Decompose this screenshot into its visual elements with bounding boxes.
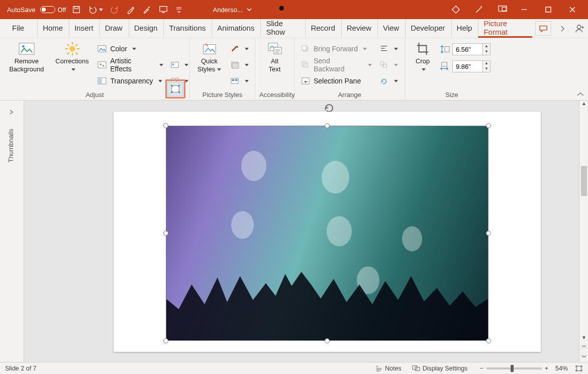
slide-canvas-area[interactable] bbox=[24, 101, 579, 362]
tab-home[interactable]: Home bbox=[37, 19, 68, 38]
save-icon[interactable] bbox=[72, 5, 81, 14]
selection-pane-button[interactable]: Selection Pane bbox=[299, 74, 374, 87]
vertical-scrollbar[interactable]: ▲ ▼ bbox=[579, 101, 588, 362]
rotate-button[interactable] bbox=[377, 74, 400, 87]
alt-text-button[interactable]: AltText bbox=[259, 40, 290, 73]
bring-forward-button[interactable]: Bring Forward bbox=[299, 42, 374, 55]
svg-rect-19 bbox=[172, 86, 179, 92]
prev-slide-button[interactable] bbox=[579, 344, 588, 353]
zoom-out-button[interactable]: − bbox=[479, 365, 483, 372]
height-down[interactable]: ▼ bbox=[483, 49, 490, 55]
tab-transitions[interactable]: Transitions bbox=[163, 19, 211, 38]
notes-icon bbox=[375, 365, 383, 372]
tab-view[interactable]: View bbox=[377, 19, 404, 38]
tab-file[interactable]: File bbox=[7, 19, 29, 38]
resize-handle-s[interactable] bbox=[325, 338, 330, 343]
picture-border-button[interactable] bbox=[228, 42, 251, 55]
search-button[interactable] bbox=[278, 5, 287, 15]
resize-handle-ne[interactable] bbox=[486, 123, 491, 128]
thumbnail-panel-collapsed[interactable]: Thumbnails bbox=[0, 101, 24, 362]
pen-sparkle-icon[interactable] bbox=[142, 5, 151, 14]
align-icon bbox=[379, 45, 388, 53]
scroll-down-button[interactable]: ▼ bbox=[579, 335, 588, 344]
qat-overflow-icon[interactable] bbox=[175, 6, 182, 13]
tab-picture-format[interactable]: Picture Format bbox=[478, 19, 532, 38]
selection-pane-label: Selection Pane bbox=[314, 77, 361, 85]
remove-background-button[interactable]: RemoveBackground bbox=[4, 40, 49, 73]
tab-insert[interactable]: Insert bbox=[69, 19, 99, 38]
resize-handle-se[interactable] bbox=[486, 338, 491, 343]
tab-animations[interactable]: Animations bbox=[212, 19, 259, 38]
selection-pane-icon bbox=[301, 77, 310, 85]
undo-button[interactable] bbox=[88, 5, 103, 14]
crop-label: Crop bbox=[416, 57, 430, 65]
svg-point-3 bbox=[279, 6, 283, 10]
share-button[interactable] bbox=[572, 19, 588, 38]
tab-draw[interactable]: Draw bbox=[100, 19, 128, 38]
fit-to-window-icon[interactable] bbox=[575, 365, 583, 372]
zoom-slider[interactable] bbox=[486, 367, 542, 369]
tab-design[interactable]: Design bbox=[129, 19, 163, 38]
width-down[interactable]: ▼ bbox=[483, 66, 490, 72]
scroll-up-button[interactable]: ▲ bbox=[579, 101, 588, 110]
picture-effects-button[interactable] bbox=[228, 58, 251, 71]
corrections-button[interactable]: Corrections bbox=[52, 40, 92, 73]
autosave-toggle[interactable]: Off bbox=[38, 6, 66, 14]
resize-handle-w[interactable] bbox=[163, 231, 168, 236]
notes-button[interactable]: Notes bbox=[375, 365, 402, 372]
width-field[interactable] bbox=[452, 60, 482, 72]
present-from-beginning-icon[interactable] bbox=[158, 5, 168, 14]
selected-picture[interactable] bbox=[166, 126, 488, 341]
resize-handle-nw[interactable] bbox=[163, 123, 168, 128]
align-button[interactable] bbox=[377, 42, 400, 55]
zoom-slider-knob[interactable] bbox=[511, 365, 514, 372]
ribbon-overflow-button[interactable] bbox=[554, 21, 570, 36]
close-icon[interactable] bbox=[569, 6, 576, 13]
tab-record[interactable]: Record bbox=[305, 19, 340, 38]
maximize-icon[interactable] bbox=[545, 6, 552, 13]
adjust-group-label: Adjust bbox=[4, 90, 185, 100]
wand-icon[interactable] bbox=[474, 5, 483, 14]
comments-button[interactable] bbox=[535, 21, 551, 36]
crop-button[interactable]: Crop bbox=[409, 40, 436, 73]
quick-styles-button[interactable]: QuickStyles bbox=[194, 40, 225, 73]
display-settings-button[interactable]: Display Settings bbox=[412, 365, 468, 372]
redo-icon[interactable] bbox=[110, 5, 119, 14]
scroll-thumb[interactable] bbox=[581, 166, 587, 196]
person-icon bbox=[574, 23, 585, 34]
remove-bg-line1: Remove bbox=[15, 57, 39, 65]
tab-help[interactable]: Help bbox=[451, 19, 477, 38]
collapse-ribbon-icon[interactable] bbox=[576, 91, 585, 98]
resize-handle-sw[interactable] bbox=[163, 338, 168, 343]
display-settings-label: Display Settings bbox=[423, 365, 468, 372]
slide-indicator[interactable]: Slide 2 of 7 bbox=[5, 365, 37, 372]
resize-handle-n[interactable] bbox=[325, 123, 330, 128]
minimize-icon[interactable] bbox=[521, 6, 528, 13]
tab-developer[interactable]: Developer bbox=[405, 19, 450, 38]
app-mode-icon[interactable] bbox=[498, 5, 508, 13]
eyedropper-icon[interactable] bbox=[126, 5, 135, 14]
next-slide-button[interactable] bbox=[579, 353, 588, 362]
width-up[interactable]: ▲ bbox=[483, 61, 490, 66]
picture-layout-button[interactable] bbox=[228, 74, 251, 87]
height-input[interactable]: ▲▼ bbox=[452, 43, 491, 55]
height-up[interactable]: ▲ bbox=[483, 44, 490, 49]
tab-review[interactable]: Review bbox=[341, 19, 376, 38]
resize-handle-e[interactable] bbox=[486, 231, 491, 236]
diamond-icon[interactable] bbox=[451, 5, 460, 14]
artistic-effects-button[interactable]: Artistic Effects bbox=[95, 58, 165, 71]
zoom-in-button[interactable]: + bbox=[545, 365, 548, 372]
picture-layout-icon bbox=[230, 77, 239, 85]
transparency-button[interactable]: Transparency bbox=[95, 74, 165, 87]
height-field[interactable] bbox=[452, 43, 482, 55]
document-title[interactable]: Anderso... bbox=[213, 6, 252, 14]
zoom-level[interactable]: 54% bbox=[555, 365, 568, 372]
ribbon-tab-bar: File Home Insert Draw Design Transitions… bbox=[0, 19, 588, 38]
width-input[interactable]: ▲▼ bbox=[452, 60, 491, 72]
change-picture-button[interactable] bbox=[168, 58, 185, 71]
tab-slideshow[interactable]: Slide Show bbox=[260, 19, 304, 38]
send-backward-button[interactable]: Send Backward bbox=[299, 58, 374, 71]
color-button[interactable]: Color bbox=[95, 42, 165, 55]
compress-pictures-button[interactable] bbox=[167, 81, 183, 97]
group-objects-button[interactable] bbox=[377, 58, 400, 71]
